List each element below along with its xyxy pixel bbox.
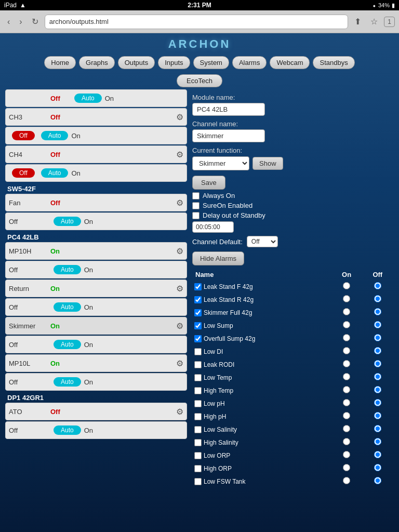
alarm-radio-off-9[interactable] (374, 399, 381, 406)
gear-icon-mp10l[interactable]: ⚙ (176, 358, 183, 368)
gear-icon-mp10h[interactable]: ⚙ (176, 246, 183, 256)
alarm-radio-off-10[interactable] (374, 412, 381, 419)
nav-inputs[interactable]: Inputs (158, 56, 190, 69)
gear-icon-ch3[interactable]: ⚙ (176, 112, 183, 122)
alarm-radio-on-0[interactable] (343, 282, 350, 289)
gear-icon-return[interactable]: ⚙ (176, 284, 183, 294)
toggle-auto-8[interactable]: Auto (54, 377, 81, 387)
delay-standby-checkbox[interactable] (192, 212, 200, 219)
alarm-radio-on-5[interactable] (343, 347, 350, 354)
toggle-auto-1[interactable]: Auto (74, 94, 102, 103)
channel-name-input[interactable] (192, 129, 265, 142)
alarm-radio-off-8[interactable] (374, 386, 381, 393)
ch-row-skimmer: Skimmer On ⚙ (5, 317, 187, 335)
alarm-radio-on-2[interactable] (343, 308, 350, 315)
alarm-checkbox-6[interactable] (194, 361, 202, 368)
gear-icon-ch4[interactable]: ⚙ (176, 150, 183, 159)
alarm-radio-off-11[interactable] (374, 425, 381, 432)
alarm-radio-on-6[interactable] (343, 360, 350, 367)
alarm-radio-off-13[interactable] (374, 451, 381, 458)
toggle-auto-6[interactable]: Auto (54, 302, 81, 312)
url-input[interactable] (45, 15, 349, 29)
nav-alarms[interactable]: Alarms (232, 56, 267, 69)
delay-time-input[interactable] (192, 221, 234, 233)
alarm-checkbox-10[interactable] (194, 413, 202, 420)
alarm-radio-on-3[interactable] (343, 321, 350, 328)
nav-standbys[interactable]: Standbys (313, 56, 354, 69)
alarm-radio-on-13[interactable] (343, 451, 350, 458)
toggle-auto-5[interactable]: Auto (54, 265, 81, 274)
alarm-checkbox-2[interactable] (194, 309, 202, 316)
nav-outputs[interactable]: Outputs (118, 56, 155, 69)
alarm-radio-on-11[interactable] (343, 425, 350, 432)
ecotech-button[interactable]: EcoTech (177, 74, 222, 87)
share-button[interactable]: ⬆ (351, 15, 364, 29)
alarm-radio-on-7[interactable] (343, 373, 350, 380)
alarm-checkbox-14[interactable] (194, 465, 202, 472)
alarm-radio-off-cell (363, 449, 393, 461)
alarm-radio-off-15[interactable] (374, 477, 381, 484)
alarm-radio-on-9[interactable] (343, 399, 350, 406)
function-select[interactable]: Skimmer Return Fan Light Heater (192, 156, 249, 170)
toggle-auto-7[interactable]: Auto (54, 340, 81, 349)
alarm-checkbox-11[interactable] (194, 426, 202, 433)
gear-icon-fan[interactable]: ⚙ (176, 198, 183, 208)
channel-default-select[interactable]: Off On (247, 236, 278, 247)
alarm-radio-off-2[interactable] (374, 308, 381, 315)
ch-row-8: Off Auto On (5, 373, 187, 391)
gear-icon-skimmer[interactable]: ⚙ (176, 321, 183, 331)
off-btn-red-1[interactable]: Off (12, 131, 35, 140)
tabs-button[interactable]: 1 (384, 17, 395, 27)
alarm-checkbox-3[interactable] (194, 322, 202, 329)
hide-alarms-button[interactable]: Hide Alarms (192, 251, 244, 265)
forward-button[interactable]: › (16, 15, 25, 29)
sure-on-checkbox[interactable] (192, 202, 200, 209)
alarm-radio-off-0[interactable] (374, 282, 381, 289)
alarm-radio-off-4[interactable] (374, 334, 381, 341)
bookmark-button[interactable]: ☆ (367, 15, 381, 29)
off-btn-red-2[interactable]: Off (12, 168, 35, 178)
show-button[interactable]: Show (252, 157, 283, 170)
nav-graphs[interactable]: Graphs (79, 56, 115, 69)
always-on-checkbox[interactable] (192, 192, 200, 200)
alarm-radio-off-7[interactable] (374, 373, 381, 380)
module-name-input[interactable] (192, 103, 265, 116)
toggle-auto-3[interactable]: Auto (41, 168, 69, 178)
alarm-row: High ORP (193, 462, 393, 474)
alarm-checkbox-5[interactable] (194, 348, 202, 355)
alarm-radio-off-3[interactable] (374, 321, 381, 328)
alarm-radio-on-12[interactable] (343, 438, 350, 445)
alarm-checkbox-12[interactable] (194, 439, 202, 446)
alarm-checkbox-8[interactable] (194, 387, 202, 394)
toggle-auto-4[interactable]: Auto (54, 217, 81, 226)
gear-icon-ato[interactable]: ⚙ (176, 407, 183, 417)
alarm-radio-off-14[interactable] (374, 464, 381, 471)
alarm-radio-on-10[interactable] (343, 412, 350, 419)
alarm-checkbox-7[interactable] (194, 374, 202, 381)
alarm-radio-off-12[interactable] (374, 438, 381, 445)
toggle-auto-2[interactable]: Auto (41, 131, 69, 140)
alarm-radio-on-14[interactable] (343, 464, 350, 471)
alarm-radio-on-1[interactable] (343, 295, 350, 302)
reload-button[interactable]: ↻ (29, 15, 42, 29)
alarm-radio-on-15[interactable] (343, 477, 350, 484)
alarm-radio-off-1[interactable] (374, 295, 381, 302)
alarm-checkbox-1[interactable] (194, 296, 202, 303)
on-label-3: On (71, 169, 80, 177)
nav-webcam[interactable]: Webcam (270, 56, 310, 69)
alarm-radio-on-8[interactable] (343, 386, 350, 393)
nav-home[interactable]: Home (44, 56, 76, 69)
nav-system[interactable]: System (193, 56, 229, 69)
alarm-radio-on-4[interactable] (343, 334, 350, 341)
alarm-radio-off-6[interactable] (374, 360, 381, 367)
alarm-radio-on-cell (332, 332, 362, 344)
save-button[interactable]: Save (192, 176, 225, 190)
back-button[interactable]: ‹ (4, 15, 13, 29)
alarm-checkbox-15[interactable] (194, 478, 202, 485)
alarm-checkbox-13[interactable] (194, 452, 202, 459)
alarm-checkbox-9[interactable] (194, 400, 202, 407)
alarm-radio-off-5[interactable] (374, 347, 381, 354)
toggle-auto-9[interactable]: Auto (54, 425, 81, 435)
alarm-checkbox-0[interactable] (194, 283, 202, 290)
alarm-checkbox-4[interactable] (194, 335, 202, 342)
